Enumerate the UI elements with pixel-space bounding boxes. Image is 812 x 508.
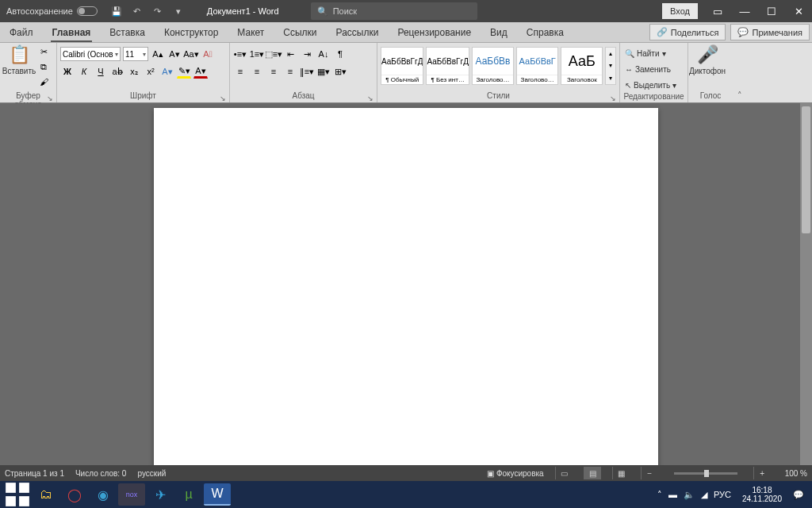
justify-icon[interactable]: ≡ <box>283 64 297 79</box>
document-page[interactable] <box>154 108 658 465</box>
tab-help[interactable]: Справка <box>517 22 573 42</box>
tray-chevron-icon[interactable]: ˄ <box>657 490 662 500</box>
zoom-slider[interactable] <box>674 472 737 475</box>
web-layout-icon[interactable]: ▦ <box>612 467 630 479</box>
login-button[interactable]: Вход <box>662 3 698 19</box>
status-words[interactable]: Число слов: 0 <box>75 469 126 478</box>
save-icon[interactable]: 💾 <box>110 5 123 17</box>
italic-button[interactable]: К <box>77 64 91 79</box>
tab-mailings[interactable]: Рассылки <box>327 22 389 42</box>
taskbar-nox-icon[interactable]: nox <box>118 483 145 506</box>
status-language[interactable]: русский <box>137 469 166 478</box>
taskbar-telegram-icon[interactable]: ✈ <box>147 483 174 506</box>
paste-button[interactable]: 📋 Вставить <box>3 44 35 91</box>
tray-network-icon[interactable]: ▬ <box>668 490 677 499</box>
tab-file[interactable]: Файл <box>0 22 43 42</box>
focus-mode-button[interactable]: ▣ Фокусировка <box>487 469 544 478</box>
close-icon[interactable]: ✕ <box>785 0 812 22</box>
increase-indent-icon[interactable]: ⇥ <box>300 47 314 61</box>
sort-icon[interactable]: A↓ <box>316 47 331 61</box>
tab-design[interactable]: Конструктор <box>155 22 228 42</box>
style-heading1[interactable]: АаБбВвЗаголово… <box>472 47 514 85</box>
search-box[interactable]: 🔍 Поиск <box>311 2 477 20</box>
zoom-out-icon[interactable]: − <box>641 467 658 479</box>
style-no-spacing[interactable]: АаБбВвГгД¶ Без инт… <box>426 47 469 85</box>
tab-review[interactable]: Рецензирование <box>388 22 481 42</box>
borders-icon[interactable]: ⊞▾ <box>333 64 347 79</box>
superscript-icon[interactable]: x² <box>144 64 158 79</box>
share-button[interactable]: 🔗 Поделиться <box>649 24 726 40</box>
paragraph-launcher-icon[interactable]: ↘ <box>367 94 373 102</box>
scroll-thumb[interactable] <box>802 106 810 233</box>
numbering-icon[interactable]: 1≡▾ <box>250 47 264 61</box>
format-painter-icon[interactable]: 🖌 <box>36 75 51 89</box>
align-right-icon[interactable]: ≡ <box>266 64 281 79</box>
clipboard-launcher-icon[interactable]: ↘ <box>47 94 53 102</box>
font-name-combo[interactable]: Calibri (Основ▾ <box>60 47 121 61</box>
qat-customize-icon[interactable]: ▾ <box>172 5 185 17</box>
strikethrough-icon[interactable]: ab̶ <box>110 64 124 79</box>
multilevel-icon[interactable]: ⬚≡▾ <box>266 47 281 61</box>
maximize-icon[interactable]: ☐ <box>758 0 785 22</box>
undo-icon[interactable]: ↶ <box>131 5 144 17</box>
taskbar-utorrent-icon[interactable]: µ <box>175 483 202 506</box>
style-heading2[interactable]: АаБбВвГЗаголово… <box>516 47 558 85</box>
document-workspace[interactable] <box>0 103 812 465</box>
subscript-icon[interactable]: x₂ <box>127 64 141 79</box>
copy-icon[interactable]: ⧉ <box>36 60 51 74</box>
print-layout-icon[interactable]: ▤ <box>584 467 601 479</box>
tray-clock[interactable]: 16:18 24.11.2020 <box>737 486 787 503</box>
grow-font-icon[interactable]: A▴ <box>151 47 165 61</box>
taskbar-opera-icon[interactable]: ◯ <box>61 483 88 506</box>
text-effects-icon[interactable]: A▾ <box>160 64 174 79</box>
tray-notifications-icon[interactable]: 💬 <box>793 490 804 500</box>
shading-icon[interactable]: ▦▾ <box>316 64 331 79</box>
change-case-icon[interactable]: Aa▾ <box>184 47 198 61</box>
taskbar-explorer-icon[interactable]: 🗂 <box>33 483 59 506</box>
select-button[interactable]: ↖ Выделить ▾ <box>623 78 684 92</box>
decrease-indent-icon[interactable]: ⇤ <box>283 47 297 61</box>
autosave-toggle[interactable]: Автосохранение <box>0 6 104 16</box>
ribbon-display-icon[interactable]: ▭ <box>704 0 731 22</box>
tab-view[interactable]: Вид <box>481 22 517 42</box>
tray-volume-icon[interactable]: 🔈 <box>684 490 695 500</box>
redo-icon[interactable]: ↷ <box>151 5 164 17</box>
collapse-ribbon-icon[interactable]: ˄ <box>737 90 742 101</box>
taskbar-edge-icon[interactable]: ◉ <box>90 483 117 506</box>
tab-layout[interactable]: Макет <box>228 22 274 42</box>
tray-wifi-icon[interactable]: ◢ <box>701 490 707 500</box>
align-left-icon[interactable]: ≡ <box>233 64 247 79</box>
styles-launcher-icon[interactable]: ↘ <box>610 94 616 102</box>
bold-button[interactable]: Ж <box>60 64 75 79</box>
find-button[interactable]: 🔍 Найти ▾ <box>623 46 684 60</box>
tab-insert[interactable]: Вставка <box>100 22 155 42</box>
status-page[interactable]: Страница 1 из 1 <box>5 469 64 478</box>
tab-home[interactable]: Главная <box>43 22 101 42</box>
font-launcher-icon[interactable]: ↘ <box>220 94 226 102</box>
minimize-icon[interactable]: — <box>731 0 758 22</box>
read-mode-icon[interactable]: ▭ <box>555 467 573 479</box>
styles-more-icon[interactable]: ▴▾▾ <box>605 47 616 85</box>
comments-button[interactable]: 💬 Примечания <box>730 24 810 40</box>
tab-references[interactable]: Ссылки <box>274 22 326 42</box>
zoom-level[interactable]: 100 % <box>785 469 807 478</box>
align-center-icon[interactable]: ≡ <box>250 64 264 79</box>
shrink-font-icon[interactable]: A▾ <box>167 47 182 61</box>
bullets-icon[interactable]: •≡▾ <box>233 47 247 61</box>
zoom-in-icon[interactable]: + <box>753 467 771 479</box>
line-spacing-icon[interactable]: ‖≡▾ <box>300 64 314 79</box>
dictate-button[interactable]: 🎤 Диктофон <box>691 44 723 91</box>
font-size-combo[interactable]: 11▾ <box>123 47 148 61</box>
cut-icon[interactable]: ✂ <box>36 44 51 59</box>
style-normal[interactable]: АаБбВвГгД¶ Обычный <box>381 47 423 85</box>
underline-button[interactable]: Ч <box>94 64 108 79</box>
style-title[interactable]: АаБЗаголовок <box>561 47 603 85</box>
clear-formatting-icon[interactable]: A⃠ <box>201 47 215 61</box>
tray-language[interactable]: РУС <box>714 490 731 499</box>
font-color-icon[interactable]: A▾ <box>193 64 208 79</box>
highlight-icon[interactable]: ✎▾ <box>177 64 191 79</box>
taskbar-word-icon[interactable]: W <box>204 483 231 506</box>
start-button[interactable] <box>3 481 32 508</box>
vertical-scrollbar[interactable] <box>800 103 812 465</box>
replace-button[interactable]: ↔ Заменить <box>623 62 684 76</box>
